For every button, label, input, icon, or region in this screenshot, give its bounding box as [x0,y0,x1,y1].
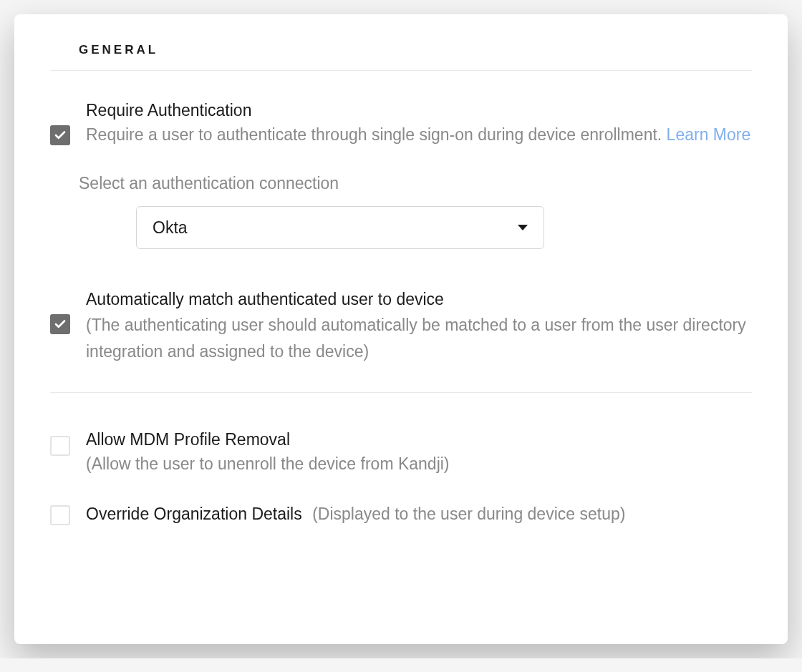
section-divider [50,392,752,393]
section-header: GENERAL [50,43,752,71]
chevron-down-icon [518,225,528,230]
override-org-description: (Displayed to the user during device set… [312,505,625,523]
require-auth-title: Require Authentication [86,99,752,122]
setting-override-org: Override Organization Details (Displayed… [50,503,752,525]
auto-match-checkbox[interactable] [50,314,70,334]
setting-allow-removal: Allow MDM Profile Removal (Allow the use… [50,429,752,476]
learn-more-link[interactable]: Learn More [667,125,751,144]
check-icon [54,318,67,331]
require-auth-description: Require a user to authenticate through s… [86,123,752,147]
allow-removal-content: Allow MDM Profile Removal (Allow the use… [86,429,752,476]
check-icon [54,129,67,142]
setting-auto-match: Automatically match authenticated user t… [50,288,752,365]
general-settings-panel: GENERAL Require Authentication Require a… [14,14,788,644]
auth-connection-value: Okta [153,218,188,238]
auth-connection-select[interactable]: Okta [136,206,544,249]
allow-removal-title: Allow MDM Profile Removal [86,429,752,451]
override-org-checkbox[interactable] [50,505,70,525]
setting-require-authentication: Require Authentication Require a user to… [50,99,752,147]
auto-match-description: (The authenticating user should automati… [86,312,752,365]
auth-connection-label: Select an authentication connection [79,174,752,193]
override-org-content: Override Organization Details (Displayed… [86,503,625,525]
allow-removal-description: (Allow the user to unenroll the device f… [86,452,752,476]
require-auth-checkbox[interactable] [50,125,70,145]
allow-removal-checkbox[interactable] [50,436,70,456]
require-auth-content: Require Authentication Require a user to… [86,99,752,147]
auth-connection-select-wrap: Okta [136,206,752,249]
auto-match-title: Automatically match authenticated user t… [86,288,752,311]
override-org-title: Override Organization Details [86,505,302,523]
auto-match-content: Automatically match authenticated user t… [86,288,752,365]
